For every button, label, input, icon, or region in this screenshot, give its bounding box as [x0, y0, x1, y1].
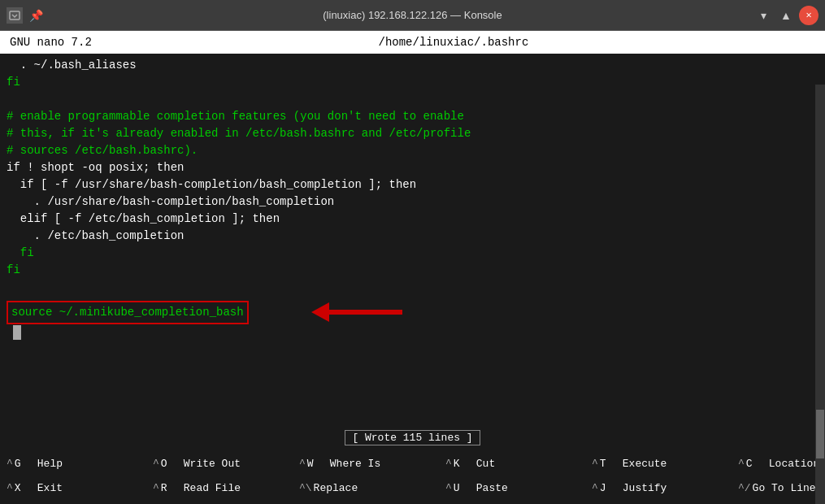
shortcut-bar: ^ G Help ^ O Write Out ^ W Where Is ^ K …	[0, 447, 825, 504]
editor-line: # enable programmable completion feature…	[7, 108, 818, 125]
shortcut-key-c: C	[746, 458, 769, 470]
shortcut-label-justify: Justify	[623, 482, 667, 494]
shortcut-label-help: Help	[37, 458, 63, 470]
highlighted-line-container: source ~/.minikube_completion_bash	[7, 299, 818, 324]
editor-line: . /etc/bash_completion	[7, 228, 818, 245]
shortcut-caret: ^	[153, 458, 159, 470]
shortcut-key-r: R	[161, 482, 184, 494]
editor-line	[7, 91, 818, 108]
editor-line: fi	[7, 74, 818, 91]
nano-header: GNU nano 7.2 /home/linuxiac/.bashrc	[0, 31, 825, 54]
editor-line: elif [ -f /etc/bash_completion ]; then	[7, 211, 818, 228]
titlebar-left: 📌	[7, 7, 42, 24]
maximize-button[interactable]: ▲	[776, 6, 796, 25]
editor-line: # sources /etc/bash.bashrc).	[7, 142, 818, 159]
shortcut-label-replace: Replace	[314, 482, 358, 494]
shortcut-key-u: U	[454, 482, 476, 494]
window: 📌 (linuxiac) 192.168.122.126 — Konsole ▾…	[0, 0, 825, 504]
pin-icon: 📌	[29, 9, 42, 22]
shortcut-caret: ^	[445, 482, 452, 494]
arrow-line	[329, 310, 402, 315]
shortcut-label-cut: Cut	[476, 458, 495, 470]
shortcut-paste[interactable]: ^ U Paste	[445, 482, 592, 494]
shortcut-whereis[interactable]: ^ W Where Is	[299, 458, 445, 470]
scrollbar-thumb[interactable]	[816, 410, 824, 458]
shortcut-caret: ^/	[738, 482, 751, 494]
editor-line: . /usr/share/bash-completion/bash_comple…	[7, 193, 818, 211]
shortcut-label-whereis: Where Is	[330, 458, 380, 470]
editor-line: fi	[7, 262, 818, 279]
arrow-container	[311, 302, 402, 322]
window-title: (linuxiac) 192.168.122.126 — Konsole	[323, 9, 502, 21]
shortcut-readfile[interactable]: ^ R Read File	[153, 482, 299, 494]
svg-rect-0	[10, 11, 20, 20]
shortcut-caret: ^	[7, 482, 13, 494]
cursor	[13, 325, 21, 340]
shortcut-writeout[interactable]: ^ O Write Out	[153, 458, 299, 470]
shortcut-justify[interactable]: ^ J Justify	[592, 482, 738, 494]
terminal-icon	[7, 7, 23, 24]
minimize-button[interactable]: ▾	[753, 6, 773, 25]
shortcut-caret: ^	[738, 458, 745, 470]
editor-line	[7, 279, 818, 296]
shortcut-key-w: W	[307, 458, 330, 470]
shortcut-label-writeout: Write Out	[184, 458, 241, 470]
shortcut-label-location: Location	[769, 458, 819, 470]
shortcut-key-k: K	[454, 458, 476, 470]
shortcut-label-gotoline: Go To Line	[753, 482, 816, 494]
shortcut-caret: ^	[445, 458, 452, 470]
shortcut-key-x: X	[15, 482, 37, 494]
scrollbar[interactable]	[815, 85, 825, 504]
nano-filename: /home/linuxiac/.bashrc	[92, 36, 815, 49]
shortcut-row-1: ^ G Help ^ O Write Out ^ W Where Is ^ K …	[0, 451, 825, 476]
window-controls: ▾ ▲ ✕	[753, 6, 818, 25]
shortcut-caret: ^	[592, 458, 598, 470]
status-message: [ Wrote 115 lines ]	[345, 430, 480, 445]
shortcut-label-execute: Execute	[623, 458, 667, 470]
shortcut-row-2: ^ X Exit ^ R Read File ^\ Replace ^ U Pa…	[0, 476, 825, 500]
nano-version: GNU nano 7.2	[10, 36, 92, 49]
shortcut-cut[interactable]: ^ K Cut	[445, 458, 592, 470]
shortcut-key-t: T	[600, 458, 623, 470]
shortcut-key-j: J	[600, 482, 623, 494]
shortcut-label-readfile: Read File	[184, 482, 241, 494]
shortcut-caret: ^\	[299, 482, 312, 494]
shortcut-replace[interactable]: ^\ Replace	[299, 482, 445, 494]
titlebar: 📌 (linuxiac) 192.168.122.126 — Konsole ▾…	[0, 0, 825, 31]
shortcut-execute[interactable]: ^ T Execute	[592, 458, 738, 470]
status-bar: [ Wrote 115 lines ]	[0, 428, 825, 447]
shortcut-label-paste: Paste	[476, 482, 508, 494]
shortcut-key-o: O	[161, 458, 184, 470]
cursor-line	[7, 324, 818, 341]
shortcut-caret: ^	[299, 458, 306, 470]
main-container: . ~/.bash_aliases fi # enable programmab…	[0, 54, 825, 428]
editor-line: fi	[7, 245, 818, 262]
editor-line: . ~/.bash_aliases	[7, 57, 818, 74]
shortcut-caret: ^	[153, 482, 159, 494]
highlighted-line: source ~/.minikube_completion_bash	[7, 301, 249, 324]
editor-line: if [ -f /usr/share/bash-completion/bash_…	[7, 176, 818, 193]
close-button[interactable]: ✕	[799, 6, 818, 25]
shortcut-key-g: G	[15, 458, 37, 470]
editor-line: # this, if it's already enabled in /etc/…	[7, 125, 818, 142]
shortcut-caret: ^	[592, 482, 598, 494]
editor-area[interactable]: . ~/.bash_aliases fi # enable programmab…	[0, 54, 825, 428]
shortcut-location[interactable]: ^ C Location	[738, 458, 825, 470]
editor-line: if ! shopt -oq posix; then	[7, 159, 818, 176]
shortcut-exit[interactable]: ^ X Exit	[7, 482, 153, 494]
shortcut-help[interactable]: ^ G Help	[7, 458, 153, 470]
shortcut-label-exit: Exit	[37, 482, 63, 494]
shortcut-caret: ^	[7, 458, 13, 470]
arrow-head	[311, 302, 329, 322]
shortcut-gotoline[interactable]: ^/ Go To Line	[738, 482, 825, 494]
